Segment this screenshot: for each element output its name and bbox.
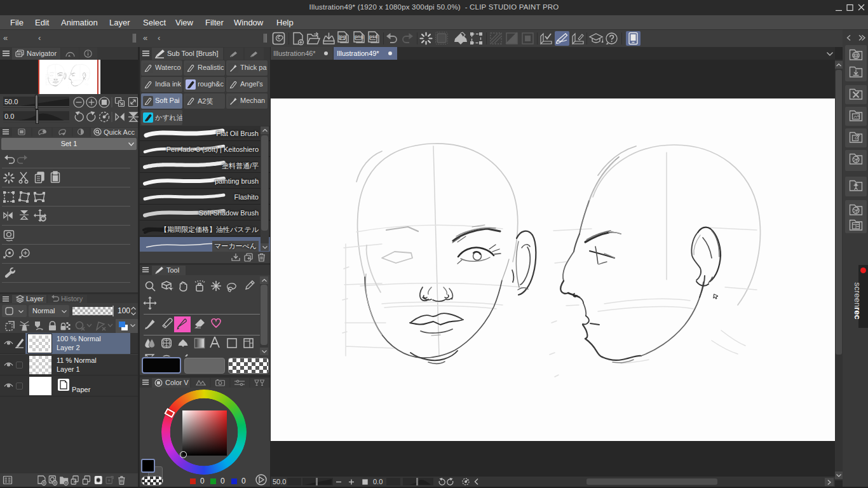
svg-text:png: png	[355, 34, 363, 39]
svg-text:psd: psd	[369, 34, 378, 39]
svg-text:jpg: jpg	[338, 34, 346, 39]
